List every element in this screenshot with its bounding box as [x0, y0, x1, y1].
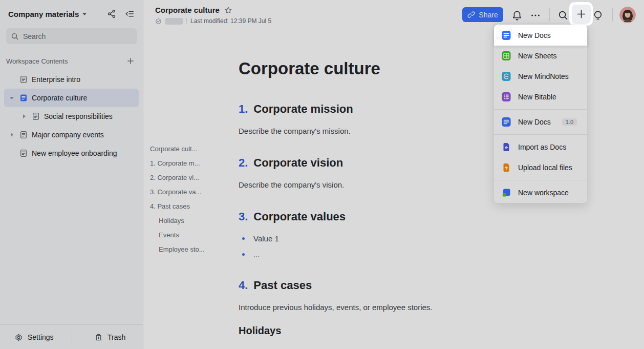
dim-overlay: [0, 0, 644, 349]
create-new-button[interactable]: [572, 5, 591, 24]
menu-item[interactable]: New Docs: [494, 25, 587, 46]
menu-item-label: New Docs: [518, 31, 551, 39]
plus-icon: [576, 9, 587, 19]
create-new-spotlight: [569, 2, 593, 26]
docs-icon: [501, 30, 511, 40]
